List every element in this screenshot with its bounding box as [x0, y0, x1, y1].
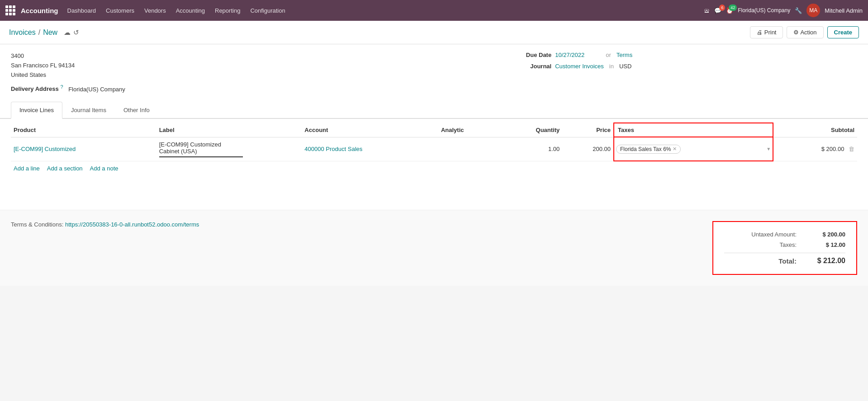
action-button[interactable]: ⚙ Action [787, 26, 823, 38]
cell-price[interactable]: 200.00 [562, 137, 614, 161]
menu-dashboard[interactable]: Dashboard [63, 5, 101, 17]
address-line3: United States [11, 71, 434, 80]
tab-other-info[interactable]: Other Info [115, 102, 158, 119]
journal-label: Journal [511, 63, 551, 70]
cell-label: [E-COM99] Customized Cabinet (USA) [157, 137, 302, 161]
clock-icon-container[interactable]: ⏰ 42 [726, 7, 733, 14]
tab-journal-items[interactable]: Journal Items [62, 102, 115, 119]
messages-badge: 6 [719, 5, 725, 11]
grand-total-value: $ 212.00 [809, 257, 845, 265]
company-name: Florida(US) Company [738, 7, 790, 14]
terms-url[interactable]: https://20550383-16-0-all.runbot52.odoo.… [65, 221, 199, 228]
form-fields-right: Due Date 10/27/2022 or Terms Journal Cus… [502, 52, 857, 74]
taxes-row: Taxes: $ 12.00 [724, 240, 845, 250]
topnav-right: 🛎 💬 6 ⏰ 42 Florida(US) Company 🔧 MA Mitc… [704, 4, 863, 17]
tax-badge-remove[interactable]: ✕ [673, 146, 677, 152]
app-name: Accounting [21, 7, 58, 14]
wrench-icon[interactable]: 🔧 [795, 7, 802, 14]
cell-label-line2: Cabinet (USA) [159, 148, 299, 155]
menu-customers[interactable]: Customers [101, 5, 139, 17]
messages-icon-container[interactable]: 💬 6 [714, 7, 721, 14]
delivery-address-label: Delivery Address [11, 86, 59, 93]
invoice-lines-table: Product Label Account Analytic Quantity … [11, 123, 857, 162]
tab-invoice-lines[interactable]: Invoice Lines [11, 102, 62, 119]
currency-value: USD [619, 63, 631, 70]
breadcrumb-actions: 🖨 Print ⚙ Action Create [750, 26, 859, 38]
address-line1: 3400 [11, 52, 434, 61]
user-name: Mitchell Admin [825, 7, 863, 14]
untaxed-label: Untaxed Amount: [724, 231, 797, 238]
clock-badge: 42 [729, 5, 737, 11]
cell-label-line1: [E-COM99] Customized [159, 141, 299, 148]
taxes-dropdown-icon[interactable]: ▼ [766, 146, 771, 151]
create-button[interactable]: Create [827, 26, 859, 38]
due-date-row: Due Date 10/27/2022 or Terms [511, 52, 857, 58]
support-icon-container[interactable]: 🛎 [704, 7, 710, 14]
terms-link[interactable]: Terms [617, 52, 632, 58]
subtotal-value: $ 200.00 [821, 146, 844, 152]
terms-conditions: Terms & Conditions: https://20550383-16-… [11, 221, 199, 228]
due-date-label: Due Date [511, 52, 551, 58]
menu-reporting[interactable]: Reporting [210, 5, 245, 17]
breadcrumb-current: New [43, 28, 57, 37]
tax-badge[interactable]: Florida Sales Tax 6% ✕ [616, 145, 681, 154]
col-header-analytic: Analytic [438, 123, 499, 137]
taxes-total-label: Taxes: [724, 241, 797, 248]
col-header-quantity: Quantity [499, 123, 563, 137]
cell-quantity[interactable]: 1.00 [499, 137, 563, 161]
delete-row-icon[interactable]: 🗑 [849, 146, 854, 152]
grid-icon [5, 5, 15, 15]
journal-value[interactable]: Customer Invoices [555, 63, 604, 70]
cell-taxes[interactable]: Florida Sales Tax 6% ✕ ▼ [614, 137, 773, 161]
support-icon: 🛎 [704, 7, 710, 14]
cell-product[interactable]: [E-COM99] Customized [11, 137, 157, 161]
cloud-upload-icon[interactable]: ☁ [64, 28, 71, 37]
menu-vendors[interactable]: Vendors [140, 5, 171, 17]
untaxed-amount-row: Untaxed Amount: $ 200.00 [724, 229, 845, 240]
printer-icon: 🖨 [757, 29, 763, 36]
totals-box: Untaxed Amount: $ 200.00 Taxes: $ 12.00 … [712, 221, 857, 275]
top-navigation: Accounting Dashboard Customers Vendors A… [0, 0, 868, 21]
untaxed-value: $ 200.00 [809, 231, 845, 238]
delivery-address-row: Delivery Address ? Florida(US) Company [11, 83, 434, 94]
user-avatar[interactable]: MA [806, 4, 820, 17]
main-content: 3400 San Francisco FL 94134 United State… [0, 44, 868, 286]
or-text: or [606, 52, 611, 58]
form-footer: Terms & Conditions: https://20550383-16-… [0, 210, 868, 286]
col-header-taxes: Taxes [614, 123, 773, 137]
in-text: in [609, 63, 614, 70]
invoice-lines-table-container: Product Label Account Analytic Quantity … [0, 123, 868, 183]
menu-accounting[interactable]: Accounting [171, 5, 209, 17]
table-row: [E-COM99] Customized [E-COM99] Customize… [11, 137, 857, 161]
print-button[interactable]: 🖨 Print [750, 26, 783, 38]
cell-account[interactable]: 400000 Product Sales [302, 137, 438, 161]
tax-badge-label: Florida Sales Tax 6% [620, 146, 671, 152]
menu-configuration[interactable]: Configuration [246, 5, 289, 17]
add-line-link[interactable]: Add a line [14, 165, 40, 172]
add-links-row: Add a line Add a section Add a note [11, 161, 857, 175]
address-block: 3400 San Francisco FL 94134 United State… [11, 52, 434, 94]
col-header-label: Label [157, 123, 302, 137]
refresh-icon[interactable]: ↺ [73, 28, 79, 37]
col-header-account: Account [302, 123, 438, 137]
main-menu: Dashboard Customers Vendors Accounting R… [63, 5, 290, 17]
tabs-bar: Invoice Lines Journal Items Other Info [0, 102, 868, 119]
gear-icon: ⚙ [793, 29, 799, 36]
breadcrumb-parent[interactable]: Invoices [9, 28, 36, 37]
taxes-total-value: $ 12.00 [809, 241, 845, 248]
col-header-subtotal: Subtotal [773, 123, 857, 137]
delivery-question-mark[interactable]: ? [60, 84, 63, 90]
due-date-value[interactable]: 10/27/2022 [555, 52, 600, 58]
grand-total-label: Total: [724, 257, 797, 265]
grand-total-row: Total: $ 212.00 [724, 253, 845, 267]
col-header-price: Price [562, 123, 614, 137]
add-note-link[interactable]: Add a note [90, 165, 119, 172]
breadcrumb-icons: ☁ ↺ [64, 28, 79, 37]
cell-subtotal: $ 200.00 🗑 [773, 137, 857, 161]
breadcrumb-separator: / [38, 28, 40, 37]
breadcrumb-bar: Invoices / New ☁ ↺ 🖨 Print ⚙ Action Crea… [0, 21, 868, 44]
app-logo[interactable]: Accounting [5, 5, 58, 15]
col-header-product: Product [11, 123, 157, 137]
add-section-link[interactable]: Add a section [47, 165, 83, 172]
cell-analytic[interactable] [438, 137, 499, 161]
